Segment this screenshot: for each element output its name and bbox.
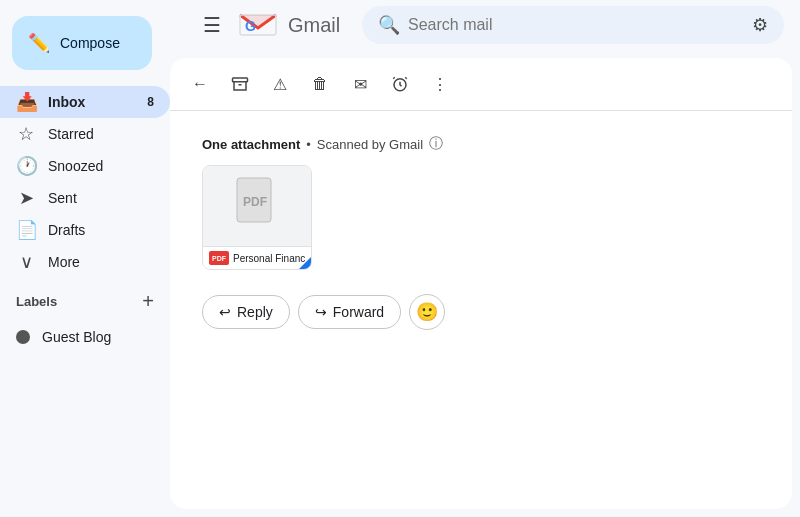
sent-label: Sent — [48, 190, 154, 206]
email-toolbar: ← ⚠ 🗑 ✉ ⋮ — [170, 58, 792, 111]
drafts-icon: 📄 — [16, 219, 36, 241]
gmail-wordmark: Gmail — [288, 14, 340, 37]
labels-section-header: Labels + — [0, 282, 170, 321]
pdf-badge-text: PDF — [212, 255, 226, 262]
delete-button[interactable]: 🗑 — [302, 66, 338, 102]
gmail-logo: G — [238, 11, 278, 39]
fold-corner — [299, 257, 311, 269]
snooze-button[interactable] — [382, 66, 418, 102]
drafts-label: Drafts — [48, 222, 154, 238]
inbox-label: Inbox — [48, 94, 135, 110]
sidebar-item-guest-blog[interactable]: Guest Blog — [0, 321, 170, 353]
mark-unread-button[interactable]: ✉ — [342, 66, 378, 102]
search-icon: 🔍 — [378, 14, 400, 36]
compose-icon: ✏️ — [28, 32, 50, 54]
reply-arrow-icon: ↩ — [219, 304, 231, 320]
attachment-preview: PDF — [203, 166, 311, 246]
emoji-icon: 🙂 — [416, 301, 438, 323]
reply-button[interactable]: ↩ Reply — [202, 295, 290, 329]
scanned-label: Scanned by Gmail — [317, 137, 423, 152]
info-icon[interactable]: ⓘ — [429, 135, 443, 153]
app-logo: ☰ G Gmail — [186, 7, 356, 43]
more-label: More — [48, 254, 154, 270]
search-bar: 🔍 ⚙ — [362, 6, 784, 44]
attachment-thumbnail[interactable]: PDF PDF Personal Financia... — [202, 165, 312, 270]
sidebar-top: ✏️ Compose — [0, 8, 170, 86]
add-label-button[interactable]: + — [142, 290, 154, 313]
attachment-filename: Personal Financia... — [233, 253, 305, 264]
attachment-count: One attachment — [202, 137, 300, 152]
labels-heading: Labels — [16, 294, 57, 309]
inbox-badge: 8 — [147, 95, 154, 109]
hamburger-button[interactable]: ☰ — [194, 7, 230, 43]
snoozed-label: Snoozed — [48, 158, 154, 174]
svg-text:PDF: PDF — [243, 195, 267, 209]
sidebar-item-drafts[interactable]: 📄 Drafts — [0, 214, 170, 246]
sidebar: ✏️ Compose 📥 Inbox 8 ☆ Starred 🕐 Snoozed… — [0, 0, 170, 517]
email-viewer: ← ⚠ 🗑 ✉ ⋮ One attachment • Scan — [170, 58, 792, 509]
reply-label: Reply — [237, 304, 273, 320]
svg-text:G: G — [245, 18, 256, 34]
search-options-button[interactable]: ⚙ — [752, 14, 768, 36]
compose-button[interactable]: ✏️ Compose — [12, 16, 152, 70]
attachment-section: One attachment • Scanned by Gmail ⓘ PDF — [202, 135, 760, 270]
sent-icon: ➤ — [16, 187, 36, 209]
starred-icon: ☆ — [16, 123, 36, 145]
label-dot-guest-blog — [16, 330, 30, 344]
sidebar-item-starred[interactable]: ☆ Starred — [0, 118, 170, 150]
email-body: One attachment • Scanned by Gmail ⓘ PDF — [170, 111, 792, 509]
archive-button[interactable] — [222, 66, 258, 102]
forward-label: Forward — [333, 304, 384, 320]
pdf-badge: PDF — [209, 251, 229, 265]
label-guest-blog: Guest Blog — [42, 329, 111, 345]
search-input[interactable] — [408, 16, 744, 34]
more-options-button[interactable]: ⋮ — [422, 66, 458, 102]
forward-arrow-icon: ↪ — [315, 304, 327, 320]
attachment-filename-bar: PDF Personal Financia... — [203, 246, 311, 269]
attachment-label: One attachment • Scanned by Gmail ⓘ — [202, 135, 760, 153]
svg-rect-2 — [233, 78, 248, 82]
back-button[interactable]: ← — [182, 66, 218, 102]
sidebar-item-inbox[interactable]: 📥 Inbox 8 — [0, 86, 170, 118]
emoji-button[interactable]: 🙂 — [409, 294, 445, 330]
forward-button[interactable]: ↪ Forward — [298, 295, 401, 329]
report-spam-button[interactable]: ⚠ — [262, 66, 298, 102]
sidebar-nav: 📥 Inbox 8 ☆ Starred 🕐 Snoozed ➤ Sent 📄 D… — [0, 86, 170, 278]
compose-label: Compose — [60, 35, 120, 51]
action-buttons: ↩ Reply ↪ Forward 🙂 — [202, 294, 760, 330]
sidebar-item-snoozed[interactable]: 🕐 Snoozed — [0, 150, 170, 182]
sidebar-item-sent[interactable]: ➤ Sent — [0, 182, 170, 214]
snoozed-icon: 🕐 — [16, 155, 36, 177]
top-nav: ☰ G Gmail 🔍 ⚙ — [170, 0, 800, 50]
attachment-separator: • — [306, 137, 311, 152]
inbox-icon: 📥 — [16, 91, 36, 113]
starred-label: Starred — [48, 126, 154, 142]
sidebar-item-more[interactable]: ∨ More — [0, 246, 170, 278]
pdf-preview-icon: PDF — [233, 176, 281, 237]
more-icon: ∨ — [16, 251, 36, 273]
